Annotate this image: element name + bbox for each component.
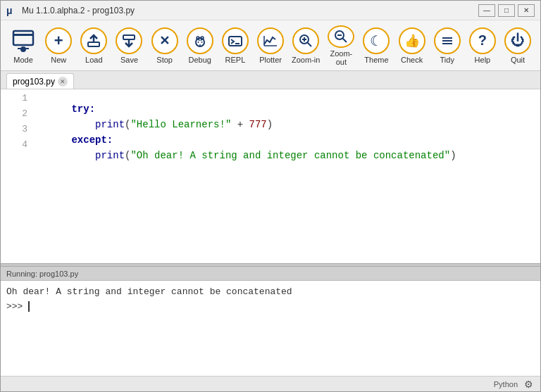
new-label: New [51,56,66,64]
svg-rect-1 [13,34,33,36]
repl-area: Running: prog103.py Oh dear! A string an… [1,267,540,376]
toolbar-repl-button[interactable]: REPL [218,24,252,68]
toolbar-quit-button[interactable]: ⏻ Quit [501,24,535,68]
close-button[interactable]: ✕ [518,4,535,17]
mode-icon [10,27,37,54]
toolbar-stop-button[interactable]: ✕ Stop [148,24,182,68]
code-editor[interactable]: 1 try: 2 print("Hello Learners!" + 777) … [1,89,540,263]
plotter-icon [257,27,284,54]
tidy-icon [434,27,461,54]
toolbar-debug-button[interactable]: Debug [183,24,217,68]
line-number-1: 1 [6,93,27,103]
settings-gear-icon[interactable]: ⚙ [522,378,535,391]
repl-header: Running: prog103.py [1,267,540,281]
svg-line-10 [201,39,201,41]
toolbar-new-button[interactable]: + New [42,24,75,68]
toolbar-save-button[interactable]: Save [112,24,146,68]
theme-icon: ☾ [363,27,390,54]
quit-label: Quit [511,56,525,64]
titlebar-left: μ Mu 1.1.0.alpha.2 - prog103.py [6,5,135,16]
code-line-1: 1 try: [1,92,540,108]
line-number-3: 3 [6,124,27,134]
load-label: Load [85,56,102,64]
stop-label: Stop [156,56,173,64]
help-label: Help [475,56,491,64]
repl-prompt-line: >>> [6,300,535,315]
help-icon: ? [469,27,496,54]
code-content-4: print("Oh dear! A string and integer can… [36,139,456,172]
toolbar-mode-button[interactable]: Mode [6,24,40,68]
toolbar-zoomout-button[interactable]: Zoom-out [324,24,358,68]
toolbar-load-button[interactable]: Load [77,24,111,68]
toolbar-tidy-button[interactable]: Tidy [430,24,464,68]
debug-label: Debug [189,56,211,64]
mode-label: Mode [13,56,33,64]
repl-cursor [28,301,35,312]
svg-rect-14 [229,37,242,46]
app-icon: μ [6,5,18,16]
repl-output-line: Oh dear! A string and integer cannot be … [6,285,535,300]
debug-icon [187,27,213,54]
svg-rect-0 [13,31,33,45]
repl-label: REPL [225,56,246,64]
svg-rect-4 [88,42,99,46]
toolbar-check-button[interactable]: 👍 Check [395,24,429,68]
zoomout-label: Zoom-out [325,49,356,66]
save-label: Save [120,56,138,64]
quit-icon: ⏻ [504,27,531,54]
check-label: Check [401,56,423,64]
theme-label: Theme [364,56,388,64]
zoomin-icon [292,27,319,54]
zoomout-icon [328,25,354,48]
code-line-2: 2 print("Hello Learners!" + 777) [1,108,540,123]
svg-line-19 [308,42,312,46]
toolbar-theme-button[interactable]: ☾ Theme [359,24,393,68]
repl-icon [222,27,249,54]
line-number-4: 4 [6,139,27,150]
stop-icon: ✕ [151,27,178,54]
save-icon [116,27,142,54]
file-tab[interactable]: prog103.py ✕ [6,73,74,89]
new-icon: + [45,27,72,54]
titlebar-title: Mu 1.1.0.alpha.2 - prog103.py [22,6,135,15]
tabbar: prog103.py ✕ [1,71,540,89]
toolbar-plotter-button[interactable]: Plotter [254,24,287,68]
repl-header-text: Running: prog103.py [6,270,78,278]
code-line-4: 4 print("Oh dear! A string and integer c… [1,139,540,154]
toolbar-help-button[interactable]: ? Help [466,24,499,68]
maximize-button[interactable]: □ [498,4,515,17]
zoomin-label: Zoom-in [292,56,320,64]
line-number-2: 2 [6,108,27,119]
load-icon [80,27,107,54]
titlebar-controls: — □ ✕ [478,4,535,17]
titlebar: μ Mu 1.1.0.alpha.2 - prog103.py — □ ✕ [1,1,540,20]
repl-prompt: >>> [6,301,28,312]
svg-line-9 [199,39,199,41]
statusbar: Python ⚙ [1,376,540,391]
svg-point-12 [201,42,202,43]
toolbar-zoomin-button[interactable]: Zoom-in [289,24,323,68]
language-indicator: Python [494,380,518,388]
plotter-label: Plotter [259,56,282,64]
minimize-button[interactable]: — [478,4,495,17]
svg-rect-3 [18,48,29,49]
repl-output-text: Oh dear! A string and integer cannot be … [6,286,292,297]
repl-content[interactable]: Oh dear! A string and integer cannot be … [1,281,540,376]
check-icon: 👍 [399,27,425,54]
toolbar: Mode + New Load Save ✕ Stop [1,20,540,71]
tab-close-button[interactable]: ✕ [58,77,68,87]
svg-point-11 [197,42,199,43]
svg-rect-5 [123,35,135,39]
tidy-label: Tidy [440,56,454,64]
svg-line-23 [343,38,347,42]
tab-filename: prog103.py [13,77,55,87]
